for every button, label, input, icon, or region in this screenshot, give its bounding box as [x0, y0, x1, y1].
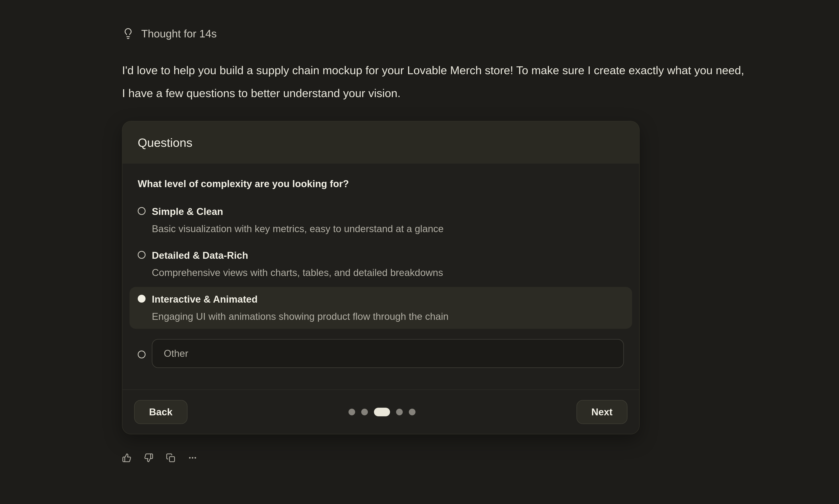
radio-icon[interactable] [138, 251, 145, 259]
questions-card-body: What level of complexity are you looking… [122, 164, 639, 390]
other-input[interactable] [152, 339, 624, 368]
pagination-dot [409, 409, 416, 415]
radio-icon[interactable] [138, 207, 145, 215]
option-description: Comprehensive views with charts, tables,… [152, 266, 443, 279]
option-label: Interactive & Animated [152, 293, 449, 306]
message-actions [122, 453, 749, 463]
chat-message: Thought for 14s I'd love to help you bui… [122, 0, 749, 463]
copy-icon [166, 453, 175, 463]
option-description: Basic visualization with key metrics, ea… [152, 222, 444, 235]
questions-card-header: Questions [122, 121, 639, 164]
thumbs-down-icon [144, 453, 153, 463]
option-label: Detailed & Data-Rich [152, 249, 443, 262]
option-interactive-animated[interactable]: Interactive & Animated Engaging UI with … [129, 287, 632, 329]
option-text: Detailed & Data-Rich Comprehensive views… [152, 249, 443, 279]
thumbs-down-button[interactable] [144, 453, 153, 463]
pagination-dot-active [374, 408, 390, 416]
option-text: Simple & Clean Basic visualization with … [152, 205, 444, 235]
thought-label: Thought for 14s [141, 28, 217, 40]
lightbulb-icon [122, 28, 134, 40]
radio-selected-icon[interactable] [138, 295, 145, 303]
option-simple-clean[interactable]: Simple & Clean Basic visualization with … [129, 199, 632, 241]
pagination-dot [396, 409, 403, 415]
option-other[interactable] [129, 333, 632, 374]
card-title: Questions [138, 136, 192, 149]
more-options-icon [188, 453, 197, 463]
pagination-dot [361, 409, 368, 415]
option-label: Simple & Clean [152, 205, 444, 218]
pagination-dot [349, 409, 355, 415]
option-text: Interactive & Animated Engaging UI with … [152, 293, 449, 323]
questions-card: Questions What level of complexity are y… [122, 121, 640, 434]
radio-icon[interactable] [138, 350, 145, 358]
copy-button[interactable] [166, 453, 175, 463]
thought-summary[interactable]: Thought for 14s [122, 28, 749, 40]
option-detailed-data-rich[interactable]: Detailed & Data-Rich Comprehensive views… [129, 243, 632, 285]
next-button[interactable]: Next [577, 400, 627, 424]
thumbs-up-button[interactable] [122, 453, 132, 463]
question-title: What level of complexity are you looking… [138, 178, 624, 190]
pagination-dots [349, 408, 416, 416]
back-button[interactable]: Back [134, 400, 188, 424]
option-description: Engaging UI with animations showing prod… [152, 310, 449, 323]
more-options-button[interactable] [188, 453, 197, 463]
questions-card-footer: Back Next [122, 390, 639, 434]
assistant-message-text: I'd love to help you build a supply chai… [122, 59, 747, 105]
thumbs-up-icon [122, 453, 132, 463]
